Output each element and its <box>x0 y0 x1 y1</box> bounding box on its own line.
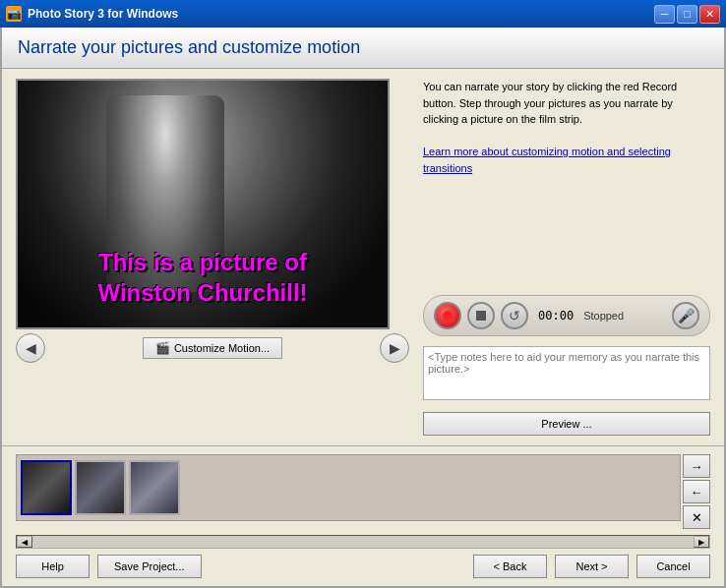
app-icon: 📷 <box>6 6 22 22</box>
back-button[interactable]: < Back <box>473 555 547 578</box>
filmstrip-wrapper <box>16 454 681 521</box>
next-arrow-button[interactable]: ▶ <box>380 333 409 363</box>
filmstrip-thumb-3[interactable] <box>129 460 180 515</box>
scroll-right-button[interactable]: ▶ <box>694 536 709 548</box>
filmstrip-delete-button[interactable]: ✕ <box>683 505 710 529</box>
main-window: Narrate your pictures and customize moti… <box>0 28 726 588</box>
close-button[interactable]: ✕ <box>699 5 720 24</box>
horizontal-scrollbar[interactable]: ◀ ▶ <box>16 535 710 549</box>
record-button[interactable] <box>434 302 461 329</box>
page-title: Narrate your pictures and customize moti… <box>18 37 708 58</box>
filmstrip-thumb-2[interactable] <box>75 460 126 515</box>
preview-button[interactable]: Preview ... <box>423 412 710 436</box>
photo-content: This is a picture of Winston Churchill! <box>18 81 388 327</box>
audio-status: Stopped <box>583 310 666 322</box>
notes-area <box>423 346 710 402</box>
rewind-button[interactable]: ↺ <box>501 302 528 329</box>
title-bar-text: Photo Story 3 for Windows <box>28 7 654 21</box>
spacer2 <box>210 555 465 578</box>
spacer <box>423 186 710 285</box>
time-display: 00:00 <box>534 309 577 323</box>
filmstrip-back-button[interactable]: ← <box>683 480 710 503</box>
filmstrip-side-buttons: → ← ✕ <box>683 454 710 529</box>
scroll-left-button[interactable]: ◀ <box>17 536 32 548</box>
customize-motion-button[interactable]: 🎬 Customize Motion... <box>143 337 282 359</box>
stop-indicator <box>476 311 486 321</box>
record-indicator <box>443 311 453 321</box>
stop-button[interactable] <box>467 302 495 329</box>
filmstrip-thumb-1[interactable] <box>21 460 72 515</box>
filmstrip-forward-button[interactable]: → <box>683 454 710 478</box>
scroll-track[interactable] <box>32 536 694 548</box>
bottom-bar: → ← ✕ ◀ ▶ Help Save Project... < Back Ne… <box>2 445 724 586</box>
nav-controls: ◀ 🎬 Customize Motion... ▶ <box>16 333 409 363</box>
customize-btn-container: 🎬 Customize Motion... <box>49 337 376 359</box>
help-button[interactable]: Help <box>16 555 90 578</box>
save-project-button[interactable]: Save Project... <box>97 555 202 578</box>
filmstrip-section: → ← ✕ <box>16 454 710 529</box>
minimize-button[interactable]: ─ <box>654 5 675 24</box>
customize-icon: 🎬 <box>155 341 170 355</box>
page-header: Narrate your pictures and customize moti… <box>2 28 724 69</box>
audio-controls: ↺ 00:00 Stopped 🎤 <box>423 295 710 336</box>
mic-button[interactable]: 🎤 <box>672 302 699 329</box>
buttons-row: Help Save Project... < Back Next > Cance… <box>16 555 710 578</box>
maximize-button[interactable]: □ <box>677 5 697 24</box>
notes-textarea[interactable] <box>423 346 710 400</box>
image-container: This is a picture of Winston Churchill! <box>16 79 390 329</box>
title-bar-buttons: ─ □ ✕ <box>654 5 720 24</box>
content-area: This is a picture of Winston Churchill! … <box>2 69 724 445</box>
photo-overlay-text: This is a picture of Winston Churchill! <box>28 247 378 308</box>
left-panel: This is a picture of Winston Churchill! … <box>16 79 409 436</box>
next-button[interactable]: Next > <box>555 555 629 578</box>
cancel-button[interactable]: Cancel <box>636 555 710 578</box>
right-panel: You can narrate your story by clicking t… <box>423 79 710 436</box>
description-text: You can narrate your story by clicking t… <box>423 79 710 176</box>
prev-arrow-button[interactable]: ◀ <box>16 333 45 363</box>
learn-more-link[interactable]: Learn more about customizing motion and … <box>423 146 671 174</box>
title-bar: 📷 Photo Story 3 for Windows ─ □ ✕ <box>0 0 726 28</box>
